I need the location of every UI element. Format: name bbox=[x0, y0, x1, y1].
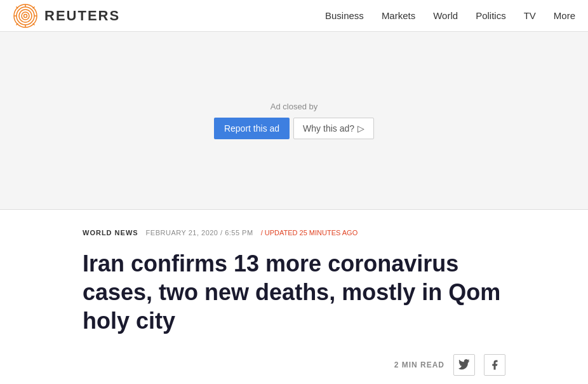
svg-point-3 bbox=[22, 12, 29, 20]
report-ad-button[interactable]: Report this ad bbox=[214, 118, 290, 139]
site-header: REUTERS Business Markets World Politics … bbox=[0, 0, 588, 32]
nav-item-more[interactable]: More bbox=[554, 8, 575, 24]
svg-point-4 bbox=[24, 14, 27, 17]
article-footer: 2 MIN READ bbox=[83, 354, 505, 376]
nav-item-markets[interactable]: Markets bbox=[382, 8, 415, 24]
logo-area: REUTERS bbox=[13, 3, 120, 29]
why-ad-button[interactable]: Why this ad? ▷ bbox=[293, 118, 374, 139]
facebook-share-button[interactable] bbox=[484, 354, 505, 376]
ad-closed-area: Ad closed by Report this ad Why this ad?… bbox=[0, 32, 588, 210]
article-title: Iran confirms 13 more coronavirus cases,… bbox=[83, 249, 505, 335]
main-nav: Business Markets World Politics TV More bbox=[325, 8, 575, 24]
updated-prefix: / UPDATED bbox=[261, 229, 298, 237]
svg-point-2 bbox=[19, 10, 32, 22]
twitter-share-button[interactable] bbox=[453, 354, 475, 376]
nav-item-tv[interactable]: TV bbox=[524, 8, 536, 24]
article-updated: / UPDATED 25 MINUTES AGO bbox=[261, 229, 358, 237]
twitter-icon bbox=[458, 359, 470, 371]
nav-item-politics[interactable]: Politics bbox=[476, 8, 506, 24]
why-ad-icon: ▷ bbox=[357, 123, 364, 134]
ad-closed-label: Ad closed by bbox=[271, 102, 317, 111]
why-ad-label: Why this ad? bbox=[303, 123, 354, 134]
read-time: 2 MIN READ bbox=[394, 360, 444, 369]
article-date: FEBRUARY 21, 2020 / 6:55 PM bbox=[146, 229, 253, 237]
logo-text: REUTERS bbox=[44, 8, 120, 24]
reuters-logo-icon bbox=[13, 3, 38, 29]
nav-item-world[interactable]: World bbox=[433, 8, 458, 24]
facebook-icon bbox=[489, 359, 500, 371]
article-meta: WORLD NEWS FEBRUARY 21, 2020 / 6:55 PM /… bbox=[83, 229, 505, 237]
ad-buttons: Report this ad Why this ad? ▷ bbox=[214, 118, 374, 139]
article-area: WORLD NEWS FEBRUARY 21, 2020 / 6:55 PM /… bbox=[0, 210, 588, 384]
nav-item-business[interactable]: Business bbox=[325, 8, 364, 24]
article-category: WORLD NEWS bbox=[83, 229, 138, 237]
updated-value: 25 MINUTES AGO bbox=[300, 229, 358, 237]
